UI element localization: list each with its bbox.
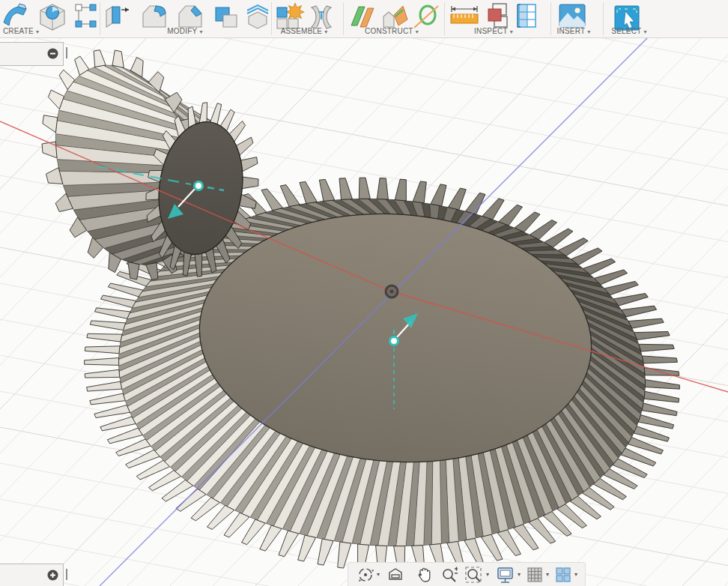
fit-icon[interactable] <box>465 567 482 583</box>
joint-icon[interactable] <box>307 3 336 30</box>
chevron-down-icon: ▾ <box>587 28 590 35</box>
chevron-down-icon: ▾ <box>510 28 513 35</box>
chevron-down-icon: ▾ <box>643 28 646 35</box>
toolbar-separator <box>100 2 100 35</box>
section-analysis-icon[interactable] <box>484 2 512 29</box>
inspect-menu[interactable]: INSPECT▾ <box>474 27 513 37</box>
select-menu[interactable]: SELECT▾ <box>611 27 646 37</box>
collapse-circle-icon[interactable] <box>47 48 58 59</box>
offset-plane-icon[interactable] <box>349 3 377 30</box>
modify-menu[interactable]: MODIFY▾ <box>167 27 202 37</box>
construct-menu[interactable]: CONSTRUCT▾ <box>365 27 419 37</box>
navigation-bar: ▾ ▾ ▾ ▾ ▾ <box>348 562 586 586</box>
toolbar-separator <box>271 2 272 35</box>
combine-icon[interactable] <box>211 3 243 30</box>
look-at-icon[interactable] <box>387 567 404 583</box>
viewport-canvas[interactable] <box>0 0 728 586</box>
chevron-down-icon: ▾ <box>324 28 327 35</box>
viewports-icon[interactable] <box>555 567 571 583</box>
chevron-down-icon: ▾ <box>36 28 39 35</box>
chevron-down-icon[interactable]: ▾ <box>486 571 489 578</box>
interference-icon[interactable] <box>515 2 539 29</box>
display-settings-icon[interactable] <box>497 567 513 583</box>
panel-resize-handle[interactable] <box>66 569 67 580</box>
press-pull-icon[interactable] <box>103 3 133 30</box>
toolbar-separator <box>603 2 604 35</box>
create-menu[interactable]: CREATE▾ <box>3 27 39 37</box>
grid-snaps-icon[interactable] <box>527 567 543 583</box>
chevron-down-icon[interactable]: ▾ <box>518 571 521 578</box>
insert-menu[interactable]: INSERT▾ <box>557 27 591 37</box>
chevron-down-icon: ▾ <box>416 28 419 35</box>
axis-icon[interactable] <box>412 3 440 30</box>
offset-face-icon[interactable] <box>246 4 270 30</box>
zoom-icon[interactable] <box>441 567 458 583</box>
toolbar-separator <box>444 2 445 35</box>
fillet-icon[interactable] <box>139 3 171 30</box>
measure-icon[interactable] <box>449 4 479 25</box>
plane-at-angle-icon[interactable] <box>380 3 409 30</box>
chevron-down-icon[interactable]: ▾ <box>546 571 549 578</box>
chevron-down-icon: ▾ <box>199 28 202 35</box>
sketch-pattern-icon[interactable] <box>73 3 97 30</box>
panel-resize-handle[interactable] <box>66 47 67 58</box>
chevron-down-icon[interactable]: ▾ <box>377 571 380 578</box>
chamfer-icon[interactable] <box>175 3 207 30</box>
expand-circle-icon[interactable] <box>47 570 58 581</box>
toolbar-separator <box>550 2 551 35</box>
sweep-icon[interactable] <box>1 3 31 30</box>
browser-panel-collapsed <box>0 42 64 66</box>
insert-image-icon[interactable] <box>557 3 587 28</box>
fusion-window: { "toolbar": { "caret": "▾", "groups": [… <box>0 0 728 586</box>
hole-icon[interactable] <box>36 1 69 31</box>
origin-marker[interactable] <box>386 286 398 297</box>
timeline-panel-collapsed <box>0 564 64 586</box>
main-toolbar: CREATE▾ MODIFY▾ ASS <box>0 0 728 38</box>
assemble-menu[interactable]: ASSEMBLE▾ <box>281 27 328 37</box>
toolbar-separator <box>343 2 344 35</box>
new-component-icon[interactable] <box>274 1 306 30</box>
chevron-down-icon[interactable]: ▾ <box>574 571 577 578</box>
pan-icon[interactable] <box>416 567 432 583</box>
orbit-icon[interactable] <box>357 567 374 583</box>
